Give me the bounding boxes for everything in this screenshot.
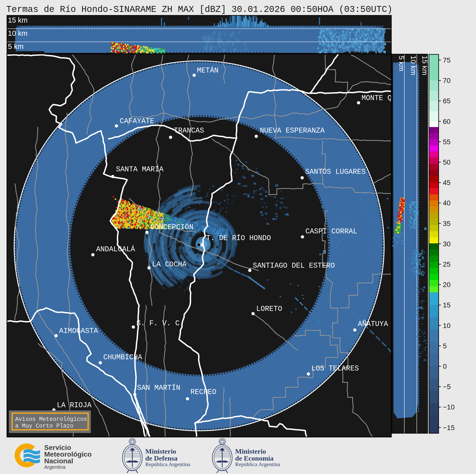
svg-text:LOS TELARES: LOS TELARES xyxy=(311,365,359,373)
svg-text:0: 0 xyxy=(443,363,447,370)
svg-text:Ministerio: Ministerio xyxy=(235,447,266,455)
svg-text:−5: −5 xyxy=(443,383,451,391)
svg-text:10 km: 10 km xyxy=(8,29,28,37)
svg-text:República Argentina: República Argentina xyxy=(235,461,280,467)
svg-text:35: 35 xyxy=(443,220,451,227)
svg-text:S. F. V. C.: S. F. V. C. xyxy=(136,319,184,328)
svg-text:15 km: 15 km xyxy=(8,16,28,24)
svg-text:T. DE RÍO HONDO: T. DE RÍO HONDO xyxy=(206,234,271,242)
svg-text:CAFAYATE: CAFAYATE xyxy=(120,117,154,125)
svg-text:SAN MARTÍN: SAN MARTÍN xyxy=(137,384,180,392)
svg-text:30: 30 xyxy=(443,240,451,248)
svg-text:AIMOGASTA: AIMOGASTA xyxy=(59,327,98,335)
svg-text:República Argentina: República Argentina xyxy=(145,461,190,467)
svg-text:45: 45 xyxy=(443,179,451,186)
svg-text:Termas de Río Hondo-SINARAME Z: Termas de Río Hondo-SINARAME ZH MAX [dBZ… xyxy=(6,4,392,15)
svg-text:20: 20 xyxy=(443,281,451,289)
svg-text:−15: −15 xyxy=(443,424,455,432)
svg-text:SANTOS LUGARES: SANTOS LUGARES xyxy=(305,168,366,176)
svg-text:Avisos Meteorológicos: Avisos Meteorológicos xyxy=(15,416,87,423)
svg-text:CHUMBICHA: CHUMBICHA xyxy=(103,353,142,362)
svg-text:70: 70 xyxy=(443,77,451,84)
svg-text:50: 50 xyxy=(443,158,451,166)
svg-text:NUEVA ESPERANZA: NUEVA ESPERANZA xyxy=(260,127,325,135)
svg-text:METÁN: METÁN xyxy=(197,66,219,75)
svg-text:5 km: 5 km xyxy=(8,42,24,50)
svg-text:TRANCAS: TRANCAS xyxy=(174,127,204,135)
svg-text:AÑATUYA: AÑATUYA xyxy=(358,320,388,328)
svg-text:RECREO: RECREO xyxy=(190,388,216,396)
svg-text:25: 25 xyxy=(443,260,451,268)
svg-text:ANDALGALÁ: ANDALGALÁ xyxy=(96,245,135,254)
svg-text:LA RIOJA: LA RIOJA xyxy=(57,401,92,409)
svg-text:LORETO: LORETO xyxy=(256,305,282,313)
svg-text:Argentina: Argentina xyxy=(44,464,66,470)
svg-text:5 km: 5 km xyxy=(398,56,405,71)
svg-text:LA COCHA: LA COCHA xyxy=(152,260,187,269)
svg-text:55: 55 xyxy=(443,138,451,146)
svg-text:40: 40 xyxy=(443,199,451,207)
svg-text:5: 5 xyxy=(443,342,447,350)
svg-text:a Muy Corto Plazo: a Muy Corto Plazo xyxy=(15,423,73,429)
svg-text:Ministerio: Ministerio xyxy=(145,447,176,455)
svg-text:SANTIAGO DEL ESTERO: SANTIAGO DEL ESTERO xyxy=(253,262,335,270)
svg-text:75: 75 xyxy=(443,56,451,64)
svg-text:10 km: 10 km xyxy=(409,56,417,75)
svg-text:60: 60 xyxy=(443,118,451,125)
svg-text:−10: −10 xyxy=(443,403,455,411)
svg-text:Nacional: Nacional xyxy=(44,457,73,465)
svg-text:10: 10 xyxy=(443,322,451,329)
svg-text:CONCEPCIÓN: CONCEPCIÓN xyxy=(150,223,193,231)
svg-text:15: 15 xyxy=(443,301,451,309)
svg-text:SANTA MARÍA: SANTA MARÍA xyxy=(116,165,164,174)
svg-text:CASPI CORRAL: CASPI CORRAL xyxy=(305,227,357,236)
svg-text:65: 65 xyxy=(443,97,451,105)
